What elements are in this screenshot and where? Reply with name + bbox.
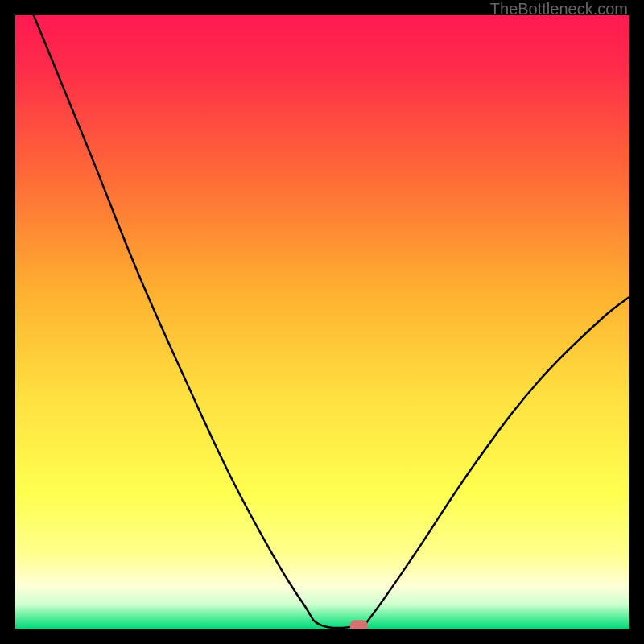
- chart-container: TheBottleneck.com: [0, 0, 644, 644]
- watermark-text: TheBottleneck.com: [490, 0, 628, 19]
- chart-plot-area: [15, 15, 629, 629]
- optimal-marker: [350, 620, 368, 629]
- chart-svg: [15, 15, 629, 629]
- gradient-background: [15, 15, 629, 629]
